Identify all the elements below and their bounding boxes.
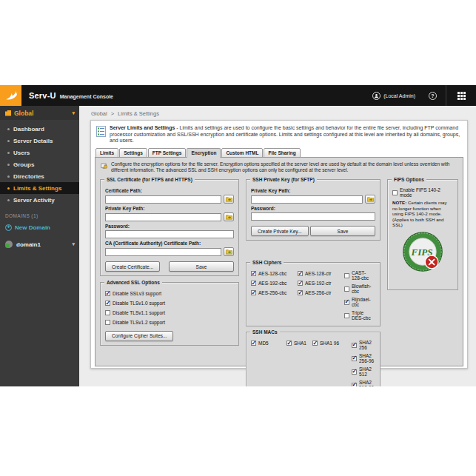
- field-label-ca-certificate-authority-certificate-path: CA (Certificate Authority) Certificate P…: [105, 241, 234, 246]
- checkbox-box-icon: [298, 271, 303, 276]
- browse-certificate-path-button[interactable]: [224, 195, 234, 204]
- sidebar-item-label: Server Activity: [13, 197, 55, 204]
- certificate-path-input[interactable]: [105, 195, 221, 204]
- checkbox-box-icon: [352, 343, 357, 348]
- checkbox-aes-256-cbc[interactable]: AES-256-cbc: [251, 289, 293, 296]
- checkbox-aes-128-cbc[interactable]: AES-128-cbc: [251, 270, 293, 277]
- help-icon[interactable]: ?: [429, 92, 437, 100]
- checkbox-box-icon: [251, 341, 256, 346]
- user-avatar-icon: [372, 92, 381, 100]
- breadcrumb-current: Limits & Settings: [118, 110, 159, 117]
- ssh-ciphers-legend: SSH Ciphers: [250, 260, 284, 265]
- sidebar-item-label: Dashboard: [13, 126, 44, 133]
- fips-note: NOTE: Certain clients may no longer func…: [392, 200, 453, 227]
- chevron-down-icon: ▾: [72, 110, 75, 116]
- save-ssl-certificate-button[interactable]: Save: [169, 261, 234, 272]
- tab-custom-html[interactable]: Custom HTML: [221, 148, 263, 158]
- tab-settings[interactable]: Settings: [119, 148, 147, 158]
- tab-limits[interactable]: Limits: [95, 148, 118, 158]
- breadcrumb-root[interactable]: Global: [91, 110, 107, 117]
- configure-cipher-suites-button[interactable]: Configure Cipher Suites...: [105, 331, 173, 341]
- checkbox-rijndael-cbc[interactable]: Rijndael-cbc: [344, 297, 375, 307]
- checkbox-box-icon: [298, 281, 303, 286]
- create-private-key-button[interactable]: Create Private Key...: [251, 226, 309, 236]
- checkbox-label: Disable TLSv1.1 support: [113, 310, 165, 315]
- checkbox-enable-fips-140-2-mode[interactable]: Enable FIPS 140-2 mode: [392, 187, 453, 198]
- create-certificate-button[interactable]: Create Certificate...: [105, 261, 160, 272]
- checkbox-disable-sslv3-support[interactable]: Disable SSLv3 support: [105, 290, 165, 297]
- checkbox-column: SHA2 256SHA2 256-96SHA2 512SHA2 512-96: [352, 338, 375, 386]
- bullet-icon: [7, 187, 10, 190]
- checkbox-aes-192-ctr[interactable]: AES-192-ctr: [298, 280, 340, 286]
- field-label-password: Password:: [251, 206, 375, 211]
- browse-private-key-path-button[interactable]: [365, 195, 375, 204]
- ca-certificate-authority-certificate-path-input[interactable]: [105, 248, 221, 256]
- page-header: Server Limits and Settings - Limits and …: [95, 124, 463, 145]
- field-label-certificate-path: Certificate Path:: [105, 188, 234, 193]
- checkbox-sha2-256-96[interactable]: SHA2 256-96: [352, 353, 375, 363]
- checkbox-box-icon: [392, 190, 398, 195]
- checkbox-box-icon: [286, 341, 292, 346]
- browse-private-key-path-button[interactable]: [224, 212, 234, 221]
- settings-form-icon: [96, 126, 106, 137]
- checkbox-box-icon: [344, 313, 349, 318]
- checkbox-md5[interactable]: MD5: [251, 340, 282, 346]
- sidebar-item-directories[interactable]: Directories: [0, 170, 79, 182]
- browse-ca-certificate-authority-certificate-path-button[interactable]: [224, 247, 234, 256]
- ssh-private-key-legend: SSH Private Key (for SFTP): [250, 177, 317, 182]
- tab-encryption[interactable]: Encryption: [187, 148, 221, 158]
- checkbox-column: AES-128-cbcAES-192-cbcAES-256-cbc: [251, 269, 293, 322]
- checkbox-box-icon: [352, 356, 357, 361]
- sidebar-item-limits-settings[interactable]: Limits & Settings: [0, 182, 79, 194]
- checkbox-sha2-512-96[interactable]: SHA2 512-96: [352, 380, 375, 386]
- checkbox-disable-tlsv1-2-support[interactable]: Disable TLSv1.2 support: [105, 319, 165, 326]
- checkbox-aes-192-cbc[interactable]: AES-192-cbc: [251, 280, 293, 286]
- sidebar-item-domain1[interactable]: domain1 ▾: [0, 238, 79, 251]
- bullet-icon: [7, 140, 10, 142]
- domain-globe-icon: [5, 241, 13, 248]
- app-switcher-icon[interactable]: [446, 85, 476, 106]
- save-ssh-private-key-button[interactable]: Save: [310, 226, 375, 236]
- checkbox-sha2-256[interactable]: SHA2 256: [352, 340, 375, 350]
- sidebar-item-global[interactable]: Global ▾: [0, 106, 79, 120]
- user-menu[interactable]: (Local Admin): [372, 92, 415, 100]
- checkbox-label: AES-256-cbc: [258, 290, 286, 295]
- checkbox-column: Disable SSLv3 supportDisable TLSv1.0 sup…: [105, 289, 165, 327]
- checkbox-label: SHA2 512: [359, 366, 375, 377]
- checkbox-disable-tlsv1-0-support[interactable]: Disable TLSv1.0 support: [105, 300, 165, 306]
- sidebar-item-dashboard[interactable]: Dashboard: [0, 123, 79, 135]
- tab-file-sharing[interactable]: File Sharing: [264, 148, 300, 158]
- checkbox-label: Disable TLSv1.2 support: [113, 320, 165, 325]
- checkbox-aes-128-ctr[interactable]: AES-128-ctr: [298, 270, 340, 277]
- checkbox-aes-256-ctr[interactable]: AES-256-ctr: [298, 289, 340, 296]
- tab-ftp-settings[interactable]: FTP Settings: [148, 148, 187, 158]
- checkbox-triple-des-cbc[interactable]: Triple DES-cbc: [344, 310, 375, 321]
- checkbox-cast-128-cbc[interactable]: CAST-128-cbc: [344, 270, 375, 281]
- sidebar-item-groups[interactable]: Groups: [0, 158, 79, 170]
- fips-140-2-badge-icon: FIPS: [402, 231, 443, 272]
- checkbox-box-icon: [251, 271, 256, 276]
- field-label-private-key-path: Private Key Path:: [105, 206, 234, 211]
- password-input[interactable]: [105, 230, 234, 238]
- sidebar-item-server-activity[interactable]: Server Activity: [0, 194, 79, 206]
- checkbox-blowfish-cbc[interactable]: Blowfish-cbc: [344, 284, 375, 294]
- private-key-path-input[interactable]: [105, 213, 221, 221]
- sidebar-item-users[interactable]: Users: [0, 147, 79, 158]
- plus-circle-icon: +: [5, 224, 12, 231]
- checkbox-sha1[interactable]: SHA1: [286, 340, 306, 346]
- breadcrumb-separator: >: [111, 110, 114, 117]
- sidebar-item-server-details[interactable]: Server Details: [0, 135, 79, 147]
- field-label-private-key-path: Private Key Path:: [251, 188, 375, 193]
- solarwinds-logo[interactable]: [0, 85, 21, 106]
- password-input[interactable]: [251, 212, 375, 221]
- new-domain-button[interactable]: + New Domain: [0, 221, 79, 233]
- checkbox-box-icon: [344, 300, 349, 305]
- checkbox-sha2-512[interactable]: SHA2 512: [352, 366, 375, 377]
- checkbox-sha1-96[interactable]: SHA1 96: [312, 340, 339, 346]
- folder-icon: [226, 196, 232, 202]
- checkbox-box-icon: [105, 301, 110, 306]
- screenshot-canvas: Serv-U Management Console (Local Admin) …: [0, 0, 476, 476]
- private-key-path-input[interactable]: [251, 195, 363, 204]
- checkbox-box-icon: [352, 383, 357, 386]
- checkbox-disable-tlsv1-1-support[interactable]: Disable TLSv1.1 support: [105, 309, 165, 316]
